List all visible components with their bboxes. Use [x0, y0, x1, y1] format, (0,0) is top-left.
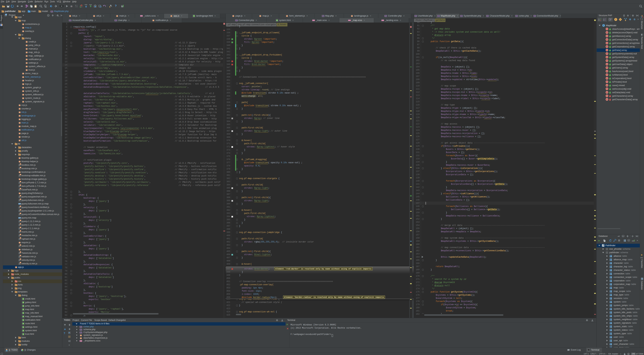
svg-text:8: 8 — [600, 20, 601, 21]
svg-text:z: z — [605, 20, 606, 21]
svg-text:A: A — [45, 6, 46, 8]
